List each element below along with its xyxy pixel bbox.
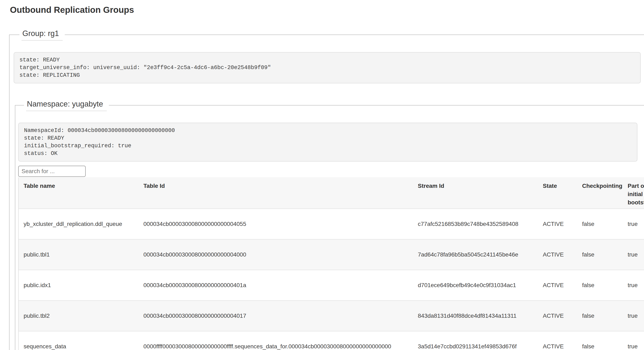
namespace-info-code: NamespaceId: 000034cb0000300080000000000… [18,123,638,162]
cell-table-name: yb_xcluster_ddl_replication.ddl_queue [18,209,138,239]
group-info-line: target_universe_info: universe_uuid: "2e… [20,64,635,71]
cell-part-of-initial-bootstrap: true [623,301,644,331]
namespace-legend: Namespace: yugabyte [24,99,109,111]
cell-table-name: sequences_data [18,331,138,350]
search-input[interactable] [18,166,86,177]
table-header-row: Table name Table Id Stream Id State Chec… [18,177,644,209]
table-row: public.tbl2 000034cb00003000800000000000… [18,301,644,331]
group-info-line: state: READY [20,56,635,64]
cell-state: ACTIVE [538,270,577,301]
cell-checkpointing: false [577,239,623,270]
namespace-fieldset: Namespace: yugabyte NamespaceId: 000034c… [15,99,644,350]
cell-table-id: 0000ffff00003000800000000000ffff.sequenc… [138,331,413,350]
cell-table-name: public.idx1 [18,270,138,301]
column-header-checkpointing: Checkpointing [577,177,623,209]
column-header-table-id: Table Id [138,177,413,209]
group-legend: Group: rg1 [20,29,65,40]
cell-part-of-initial-bootstrap: true [623,209,644,239]
cell-checkpointing: false [577,301,623,331]
namespace-legend-text: Namespace: yugabyte [26,99,107,111]
column-header-part-of-initial-bootstrap: Part of initial bootstrap [623,177,644,209]
cell-state: ACTIVE [538,301,577,331]
group-info-line: state: REPLICATING [20,71,635,79]
cell-checkpointing: false [577,270,623,301]
cell-state: ACTIVE [538,209,577,239]
cell-stream-id: 7ad64c78fa96b5ba5045c241145be46e [413,239,538,270]
cell-table-id: 000034cb000030008000000000004000 [138,239,413,270]
table-row: sequences_data 0000ffff00003000800000000… [18,331,644,350]
column-header-table-name: Table name [18,177,138,209]
cell-stream-id: 3a5d14e7ccbd02911341ef49853d676f [413,331,538,350]
cell-table-id: 000034cb000030008000000000004017 [138,301,413,331]
cell-state: ACTIVE [538,331,577,350]
cell-stream-id: d701ece649bcefb49c4e0c9f31034ac1 [413,270,538,301]
table-row: yb_xcluster_ddl_replication.ddl_queue 00… [18,209,644,239]
table-row: public.tbl1 000034cb00003000800000000000… [18,239,644,270]
page-title: Outbound Replication Groups [10,4,644,15]
cell-stream-id: 843da8131d40f88dce4df81434a11311 [413,301,538,331]
cell-checkpointing: false [577,209,623,239]
namespace-info-line: state: READY [24,134,632,142]
cell-table-id: 000034cb000030008000000000004055 [138,209,413,239]
table-row: public.idx1 000034cb00003000800000000000… [18,270,644,301]
group-fieldset: Group: rg1 state: READYtarget_universe_i… [9,29,644,350]
group-legend-text: Group: rg1 [22,29,63,40]
cell-table-name: public.tbl2 [18,301,138,331]
cell-table-id: 000034cb00003000800000000000401a [138,270,413,301]
cell-part-of-initial-bootstrap: true [623,331,644,350]
cell-part-of-initial-bootstrap: true [623,239,644,270]
cell-stream-id: c77afc5216853b89c748be4352589408 [413,209,538,239]
cell-table-name: public.tbl1 [18,239,138,270]
group-info-code: state: READYtarget_universe_info: univer… [14,52,641,83]
namespace-info-line: NamespaceId: 000034cb0000300080000000000… [24,127,632,134]
namespace-info-line: status: OK [24,150,632,157]
column-header-stream-id: Stream Id [413,177,538,209]
cell-part-of-initial-bootstrap: true [623,270,644,301]
cell-checkpointing: false [577,331,623,350]
replicated-tables-table: Table name Table Id Stream Id State Chec… [18,177,644,350]
column-header-state: State [538,177,577,209]
cell-state: ACTIVE [538,239,577,270]
namespace-info-line: initial_bootstrap_required: true [24,142,632,150]
